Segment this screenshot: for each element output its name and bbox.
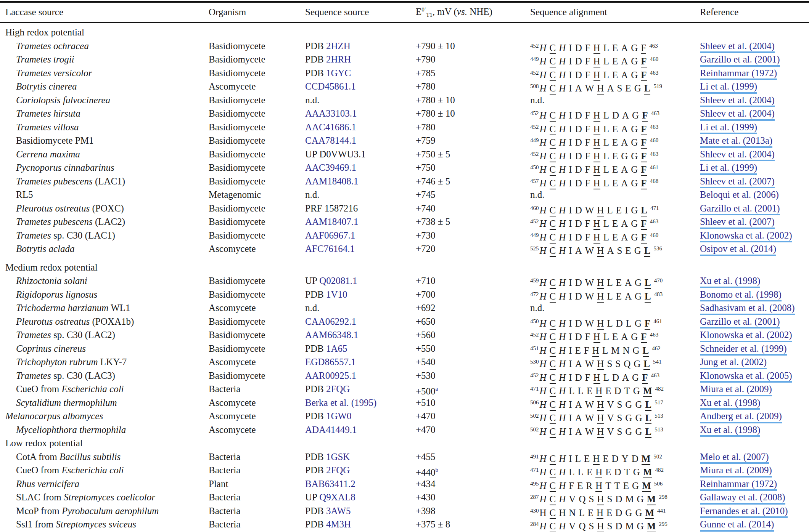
alignment-start-position: 449 [530, 137, 539, 143]
alignment-cell: 491HCHILEHEDYDM502 [530, 450, 700, 466]
reference-link[interactable]: Schneider et al. (1999) [700, 343, 787, 356]
accession-link[interactable]: 1A65 [326, 343, 347, 354]
potential-cell: +700 [416, 288, 530, 303]
table-row: McoP from Pyrobaculum aerophilumBacteria… [0, 504, 809, 518]
reference-link[interactable]: Garzillo et al. (2001) [700, 54, 780, 67]
accession-link[interactable]: Berka et al. (1995) [305, 397, 376, 408]
reference-link[interactable]: Klonowska et al. (2002) [700, 330, 792, 342]
accession-link[interactable]: CAA06292.1 [305, 316, 356, 327]
accession-link[interactable]: AAM66348.1 [305, 330, 359, 340]
reference-link[interactable]: Shleev et al. (2004) [700, 41, 775, 53]
accession-link[interactable]: Q9XAL8 [319, 492, 355, 502]
accession-link[interactable]: ADA41449.1 [305, 425, 357, 435]
alignment-residue: A [575, 359, 582, 369]
section-header-row: Low redox potential [0, 436, 809, 450]
reference-link[interactable]: Melo et al. (2007) [700, 452, 769, 464]
alignment-residue: F [585, 178, 590, 189]
accession-link[interactable]: 2HRH [326, 54, 351, 64]
reference-link[interactable]: Garzillo et al. (2001) [700, 316, 780, 329]
reference-cell: Klonowska et al. (2005) [700, 369, 809, 385]
reference-link[interactable]: Reinhammar (1972) [700, 68, 777, 80]
accession-link[interactable]: AAM18408.1 [305, 176, 359, 186]
reference-link[interactable]: Shleev et al. (2004) [700, 108, 775, 121]
alignment-residue: V [607, 426, 614, 437]
reference-link[interactable]: Fernandes et al. (2010) [700, 506, 788, 518]
reference-link[interactable]: Garzillo et al. (2001) [700, 203, 780, 216]
alignment-residue: H [540, 218, 547, 229]
accession-link[interactable]: CCD45861.1 [305, 81, 356, 91]
accession-link[interactable]: 1GW0 [326, 411, 352, 421]
accession-link[interactable]: AAA33103.1 [305, 108, 357, 119]
reference-link[interactable]: Reinhammar (1972) [700, 479, 777, 491]
reference-link[interactable]: Xu et al. (1998) [700, 276, 760, 288]
alignment-residue: G [631, 178, 638, 189]
alignment-residue: L [643, 345, 649, 357]
reference-link[interactable]: Shleev et al. (2007) [700, 216, 775, 229]
alignment-start-position: 530 [530, 359, 539, 365]
table-row: Rhus verniciferaPlantBAB63411.2+434495HC… [0, 477, 809, 491]
accession-link[interactable]: AAC41686.1 [305, 122, 356, 132]
alignment-residue: A [607, 83, 614, 94]
reference-link[interactable]: Jung et al. (2002) [700, 357, 767, 369]
reference-link[interactable]: Mate et al. (2013a) [700, 135, 772, 148]
alignment-end-position: 471 [650, 205, 659, 211]
accession-link[interactable]: 2FQG [326, 384, 350, 394]
alignment-residue: H [540, 137, 547, 148]
accession-link[interactable]: AAC39469.1 [305, 162, 356, 173]
alignment-residue: H [540, 453, 547, 464]
reference-link[interactable]: Miura et al. (2009) [700, 465, 772, 478]
reference-link[interactable]: Xu et al. (1998) [700, 425, 760, 437]
reference-link[interactable]: Miura et al. (2009) [700, 384, 772, 396]
accession-link[interactable]: 1GSK [326, 452, 350, 462]
reference-link[interactable]: Gunne et al. (2014) [700, 519, 774, 532]
accession-link[interactable]: 1V10 [326, 289, 347, 300]
reference-link[interactable]: Beloqui et al. (2006) [700, 189, 779, 200]
reference-link[interactable]: Klonowska et al. (2005) [700, 370, 792, 383]
reference-link[interactable]: Gallaway et al. (2008) [700, 492, 785, 505]
reference-link[interactable]: Shleev et al. (2004) [700, 149, 775, 162]
sequence-source-text: PDB [305, 452, 326, 462]
accession-link[interactable]: AAR00925.1 [305, 370, 356, 381]
alignment-start-position: 457 [530, 178, 539, 184]
accession-link[interactable]: Q02081.1 [319, 276, 357, 286]
alignment-residue: H [593, 43, 600, 54]
alignment-residue: F [569, 481, 574, 491]
reference-link[interactable]: Li et al. (1999) [700, 122, 757, 135]
footnote-marker[interactable]: b [436, 467, 439, 473]
reference-link[interactable]: Andberg et al. (2009) [700, 411, 782, 423]
accession-link[interactable]: CAA78144.1 [305, 135, 356, 146]
reference-link[interactable]: Klonowska et al. (2002) [700, 230, 792, 243]
accession-link[interactable]: 4M3H [326, 519, 351, 529]
alignment-end-position: 463 [650, 218, 659, 224]
reference-link[interactable]: Bonomo et al. (1998) [700, 289, 782, 302]
accession-link[interactable]: AAM18407.1 [305, 216, 359, 227]
alignment-residue: E [587, 467, 592, 478]
reference-link[interactable]: Osipov et al. (2014) [700, 244, 776, 256]
laccase-source-cell: Cerrena maxima [0, 147, 209, 163]
reference-link[interactable]: Shleev et al. (2007) [700, 176, 775, 189]
alignment-end-position: 470 [654, 277, 663, 284]
alignment-residue: G [631, 164, 638, 175]
reference-link[interactable]: Xu et al. (1998) [700, 397, 760, 410]
accession-link[interactable]: AAF06967.1 [305, 230, 355, 240]
alignment-residue: G [631, 56, 638, 67]
accession-link[interactable]: 3AW5 [326, 506, 351, 516]
accession-link[interactable]: EGD86557.1 [305, 357, 356, 367]
reference-link[interactable]: Sadhasivam et al. (2008) [700, 303, 795, 315]
sequence-source-cell: PDB 1GYC [305, 66, 416, 82]
alignment-residue: I [569, 453, 572, 464]
alignment-residue: E [616, 205, 622, 216]
reference-link[interactable]: Li et al. (1999) [700, 81, 757, 94]
accession-link[interactable]: 1GYC [326, 68, 351, 78]
alignment-residue: L [603, 178, 609, 189]
accession-link[interactable]: 2HZH [326, 41, 351, 51]
alignment-residue: C [550, 110, 556, 122]
accession-link[interactable]: AFC76164.1 [305, 244, 355, 254]
alignment-residue: H [593, 137, 600, 149]
accession-link[interactable]: BAB63411.2 [305, 479, 355, 489]
reference-link[interactable]: Shleev et al. (2004) [700, 95, 775, 107]
reference-link[interactable]: Li et al. (1999) [700, 162, 757, 175]
footnote-marker[interactable]: a [436, 386, 438, 392]
accession-link[interactable]: 2FQG [326, 465, 350, 475]
alignment-residue: E [625, 83, 631, 94]
